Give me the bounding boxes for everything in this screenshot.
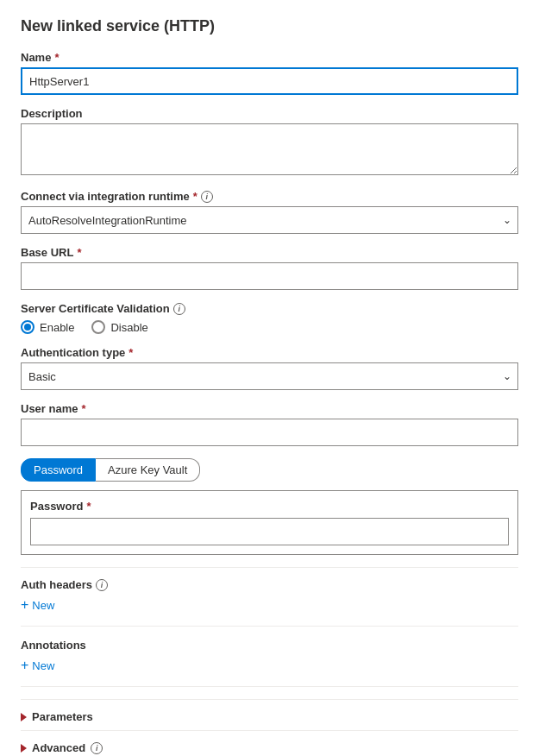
name-input[interactable] (21, 67, 518, 95)
auth-type-required: * (128, 346, 133, 359)
auth-type-select-wrapper: Basic ⌄ (21, 362, 518, 390)
runtime-info-icon[interactable]: i (201, 191, 213, 203)
annotations-add-button[interactable]: + New (21, 655, 54, 676)
description-label: Description (21, 107, 518, 120)
auth-headers-plus-icon: + (21, 598, 28, 612)
cert-disable-option[interactable]: Disable (91, 320, 147, 334)
parameters-label: Parameters (32, 710, 93, 723)
auth-headers-section: Auth headers i + New (21, 567, 518, 627)
cert-enable-dot (24, 324, 31, 331)
advanced-label: Advanced (32, 741, 85, 754)
parameters-section: Parameters (21, 699, 518, 730)
base-url-required: * (77, 246, 81, 259)
password-required: * (86, 500, 91, 513)
cert-enable-option[interactable]: Enable (21, 320, 74, 334)
auth-headers-info-icon[interactable]: i (96, 579, 108, 591)
auth-headers-divider (21, 567, 518, 568)
auth-headers-add-button[interactable]: + New (21, 595, 54, 615)
runtime-required: * (193, 190, 197, 203)
base-url-label: Base URL * (21, 246, 518, 259)
cert-enable-label: Enable (40, 321, 74, 334)
runtime-label: Connect via integration runtime * i (21, 190, 518, 203)
runtime-select-wrapper: AutoResolveIntegrationRuntime ⌄ (21, 206, 518, 234)
password-tab[interactable]: Password (21, 458, 96, 482)
description-field-group: Description (21, 107, 518, 178)
cert-field-group: Server Certificate Validation i Enable D… (21, 302, 518, 334)
annotations-divider (21, 686, 518, 687)
description-input[interactable] (21, 123, 518, 175)
panel: New linked service (HTTP) Name * Descrip… (0, 0, 539, 756)
name-field-group: Name * (21, 51, 518, 95)
advanced-chevron-icon (21, 744, 27, 753)
base-url-field-group: Base URL * (21, 246, 518, 290)
parameters-header[interactable]: Parameters (21, 703, 518, 730)
parameters-chevron-icon (21, 713, 27, 721)
cert-disable-label: Disable (110, 321, 147, 334)
password-box-label: Password * (30, 500, 509, 513)
runtime-select[interactable]: AutoResolveIntegrationRuntime (21, 206, 518, 234)
panel-title: New linked service (HTTP) (21, 17, 518, 35)
cert-radio-group: Enable Disable (21, 320, 518, 334)
annotations-section: Annotations + New (21, 639, 518, 687)
auth-headers-label: Auth headers i (21, 578, 518, 591)
base-url-input[interactable] (21, 262, 518, 290)
annotations-plus-icon: + (21, 658, 28, 672)
username-field-group: User name * (21, 402, 518, 446)
auth-type-field-group: Authentication type * Basic ⌄ (21, 346, 518, 390)
password-box: Password * (21, 490, 518, 555)
username-required: * (81, 402, 85, 415)
name-label: Name * (21, 51, 518, 64)
advanced-info-icon[interactable]: i (91, 742, 103, 754)
cert-enable-radio[interactable] (21, 320, 34, 334)
name-required: * (54, 51, 59, 64)
auth-headers-bottom-divider (21, 626, 518, 627)
advanced-header[interactable]: Advanced i (21, 734, 518, 756)
annotations-label: Annotations (21, 639, 518, 652)
password-section: Password Azure Key Vault Password * (21, 458, 518, 555)
password-input[interactable] (30, 518, 509, 545)
runtime-field-group: Connect via integration runtime * i Auto… (21, 190, 518, 234)
username-input[interactable] (21, 419, 518, 446)
cert-info-icon[interactable]: i (173, 303, 185, 315)
advanced-section: Advanced i (21, 730, 518, 756)
cert-disable-radio[interactable] (91, 320, 105, 334)
auth-type-select[interactable]: Basic (21, 362, 518, 390)
auth-type-label: Authentication type * (21, 346, 518, 359)
azure-key-vault-tab[interactable]: Azure Key Vault (96, 458, 200, 482)
cert-label: Server Certificate Validation i (21, 302, 518, 315)
username-label: User name * (21, 402, 518, 415)
password-tab-group: Password Azure Key Vault (21, 458, 518, 482)
